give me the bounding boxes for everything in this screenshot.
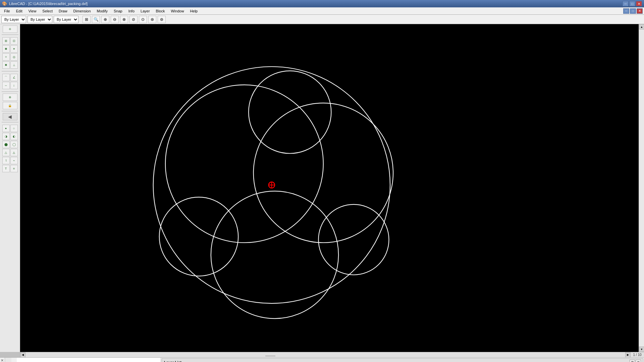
minimize-button[interactable]: ─: [623, 1, 629, 6]
sidebar-separator-3: [2, 92, 18, 92]
zoom-prev-button[interactable]: ⊙: [139, 16, 147, 23]
scroll-down-button[interactable]: ▼: [639, 347, 644, 352]
snap-perp-button[interactable]: ⊥: [10, 61, 18, 69]
menu-snap[interactable]: Snap: [111, 8, 125, 14]
draw-ellipse-1-button[interactable]: ⬤: [2, 141, 10, 148]
menu-dimension[interactable]: Dimension: [71, 8, 94, 14]
inner-minimize-button[interactable]: ─: [623, 8, 629, 14]
sidebar-separator-2: [2, 71, 18, 71]
draw-circle-1-button[interactable]: ●: [2, 125, 10, 132]
command-panel: ✕ Command line Command: Clear: [0, 358, 161, 362]
linewidth-dropdown[interactable]: By Layer: [54, 16, 78, 23]
sidebar-separator-1: [2, 35, 18, 35]
draw-ellipse-2-button[interactable]: ◯: [10, 141, 18, 148]
main-layout: ✛ ⊞ ⊡ ✱ ✦ ✧ ◎ ✖ ⊥ ⌒ ∠ ↔ ↕ ⊕ �: [0, 24, 644, 352]
page-indicator: 1 / 10: [631, 353, 644, 357]
snap-middle-button[interactable]: ✧: [2, 53, 10, 61]
draw-spline-2-button[interactable]: ⌁: [10, 157, 18, 164]
menu-view[interactable]: View: [26, 8, 39, 14]
snap-arrow-button[interactable]: ◀: [3, 113, 17, 120]
move-tool-button[interactable]: ✛: [3, 25, 17, 33]
draw-tool-grid: ● ○ ◑ ◐ ⬤ ◯ △ ◬ ⌇ ⌁ T ≡: [2, 124, 18, 173]
zoom-button[interactable]: 🔍: [92, 16, 100, 23]
zoom-in-button[interactable]: ⊕: [101, 16, 109, 23]
inner-close-button[interactable]: ✕: [637, 8, 643, 14]
cad-canvas: [20, 24, 639, 352]
right-scrollbar: ▲ ▼: [639, 24, 644, 352]
app-logo: 🎨: [2, 1, 7, 6]
title-text: LibreCAD - [C:\1A\2015\librecad\tri_pack…: [9, 2, 88, 6]
layer-panel-close-button[interactable]: ✕: [636, 360, 641, 362]
draw-text-button[interactable]: T: [2, 165, 10, 172]
horizontal-scroll-thumb[interactable]: [265, 356, 275, 356]
zoom-window-button[interactable]: ⊛: [148, 16, 156, 23]
title-bar: 🎨 LibreCAD - [C:\1A\2015\librecad\tri_pa…: [0, 0, 644, 7]
draw-hatch-button[interactable]: ≡: [10, 165, 18, 172]
menu-window[interactable]: Window: [168, 8, 186, 14]
draw-spline-1-button[interactable]: ⌇: [2, 157, 10, 164]
relative-zero-button[interactable]: ⊕: [3, 94, 17, 101]
sidebar-separator-4: [2, 111, 18, 111]
menu-select[interactable]: Select: [40, 8, 55, 14]
restrict-ver-button[interactable]: ↕: [10, 82, 18, 89]
tool-grid-1: ⊞ ⊡ ✱ ✦ ✧ ◎ ✖ ⊥: [2, 37, 18, 69]
tool-grid-2: ⌒ ∠ ↔ ↕: [2, 73, 18, 90]
menu-layer[interactable]: Layer: [138, 8, 153, 14]
layer-panel-controls: ⧉ ✕: [630, 360, 641, 362]
zoom-select-button[interactable]: ⊘: [129, 16, 138, 23]
draw-arc-1-button[interactable]: ◑: [2, 133, 10, 140]
scroll-left-button[interactable]: ◀: [20, 352, 25, 358]
menu-edit[interactable]: Edit: [13, 8, 25, 14]
menu-modify[interactable]: Modify: [94, 8, 110, 14]
linetype-dropdown[interactable]: By Layer: [28, 16, 52, 23]
zoom-out-button[interactable]: ⊖: [111, 16, 119, 23]
color-dropdown[interactable]: By Layer: [1, 16, 26, 23]
menu-help[interactable]: Help: [187, 8, 201, 14]
snap-node-button[interactable]: ✦: [10, 45, 18, 53]
command-panel-close[interactable]: ✕: [1, 358, 4, 362]
snap-free-button[interactable]: ⊡: [10, 37, 18, 45]
left-sidebar: ✛ ⊞ ⊡ ✱ ✦ ✧ ◎ ✖ ⊥ ⌒ ∠ ↔ ↕ ⊕ �: [0, 24, 20, 352]
drawing-area[interactable]: [20, 24, 639, 352]
title-bar-left: 🎨 LibreCAD - [C:\1A\2015\librecad\tri_pa…: [2, 1, 88, 6]
menu-draw[interactable]: Draw: [56, 8, 70, 14]
grid-button[interactable]: ⊞: [83, 16, 91, 23]
maximize-button[interactable]: □: [629, 1, 635, 6]
scroll-right-button[interactable]: ▶: [625, 352, 631, 358]
layer-panel: Layer List ⧉ ✕ 👁 🚫 ➕ ➖ 📋 👁 🔓 🖨 ■ 0: [162, 358, 643, 362]
inner-maximize-button[interactable]: □: [630, 8, 636, 14]
vertical-scroll-track[interactable]: [639, 29, 644, 347]
menu-bar: File Edit View Select Draw Dimension Mod…: [0, 7, 644, 15]
snap-endpoint-button[interactable]: ✱: [2, 45, 10, 53]
toolbar-row: By Layer By Layer By Layer ⊞ 🔍 ⊕ ⊖ ⊗ ⊘ ⊙…: [0, 15, 644, 24]
zoom-fit-button[interactable]: ⊗: [120, 16, 128, 23]
sidebar-separator-5: [2, 122, 18, 122]
layer-panel-header: Layer List ⧉ ✕: [162, 359, 643, 362]
menu-file[interactable]: File: [1, 8, 13, 14]
scroll-up-button[interactable]: ▲: [639, 24, 644, 29]
snap-grid-button[interactable]: ⊞: [2, 37, 10, 45]
svg-rect-0: [47, 24, 612, 352]
bottom-panel: ✕ Command line Command: Clear Layer List…: [0, 357, 644, 362]
lock-button[interactable]: 🔒: [3, 102, 17, 109]
snap-angle-button[interactable]: ∠: [10, 74, 18, 81]
layer-panel-float-button[interactable]: ⧉: [630, 360, 635, 362]
menu-block[interactable]: Block: [153, 8, 168, 14]
draw-arc-2-button[interactable]: ◐: [10, 133, 18, 140]
snap-intersect-button[interactable]: ✖: [2, 61, 10, 69]
draw-poly-1-button[interactable]: △: [2, 149, 10, 156]
draw-poly-2-button[interactable]: ◬: [10, 149, 18, 156]
layer-panel-title: Layer List: [164, 360, 181, 362]
command-output: [17, 358, 161, 362]
snap-tangent-button[interactable]: ⌒: [2, 74, 10, 81]
snap-center-button[interactable]: ◎: [10, 53, 18, 61]
menu-info[interactable]: Info: [126, 8, 137, 14]
command-line-label: Command line: [5, 358, 11, 362]
sidebar-top: ✛ ⊞ ⊡ ✱ ✦ ✧ ◎ ✖ ⊥ ⌒ ∠ ↔ ↕ ⊕ �: [0, 24, 20, 174]
title-bar-controls: ─ □ ✕: [623, 1, 642, 6]
zoom-pan-button[interactable]: ⊚: [158, 16, 166, 23]
bottom-scrollbar: ◀ ▶ 1 / 10: [20, 352, 644, 357]
draw-circle-2-button[interactable]: ○: [10, 125, 18, 132]
close-button[interactable]: ✕: [636, 1, 642, 6]
restrict-hor-button[interactable]: ↔: [2, 82, 10, 89]
